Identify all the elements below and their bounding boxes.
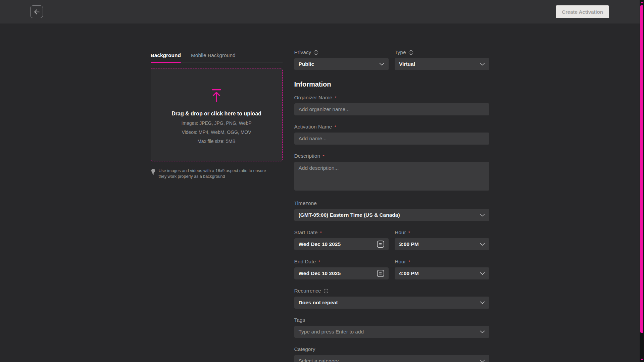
end-hour-select[interactable]: 4:00 PM [395, 267, 489, 279]
required-asterisk: * [335, 95, 337, 101]
chevron-down-icon [480, 301, 485, 304]
aspect-ratio-tip: Use images and videos with a 16x9 aspect… [151, 168, 283, 179]
field-description: Description * [294, 153, 489, 192]
category-select[interactable]: Select a category [294, 355, 489, 362]
calendar-icon[interactable] [377, 270, 384, 277]
information-heading: Information [294, 81, 489, 88]
recurrence-label: Recurrence [294, 288, 321, 294]
lightbulb-icon [151, 168, 156, 175]
info-icon[interactable] [324, 289, 329, 294]
tags-label: Tags [294, 317, 305, 323]
chevron-down-icon [480, 360, 485, 362]
field-start-date: Start Date * Wed Dec 10 2025 [294, 229, 389, 250]
start-date-value: Wed Dec 10 2025 [299, 241, 377, 247]
end-date-label: End Date [294, 259, 316, 265]
description-label: Description [294, 153, 320, 159]
upload-arrow-icon [209, 89, 224, 103]
back-arrow-icon [33, 8, 40, 15]
start-hour-label: Hour [395, 229, 406, 236]
scrollbar-thumb[interactable] [640, 5, 643, 333]
timezone-value: (GMT-05:00) Eastern Time (US & Canada) [299, 212, 480, 218]
tip-text: Use images and videos with a 16x9 aspect… [159, 168, 275, 179]
chevron-down-icon [480, 272, 485, 275]
dropzone-title: Drag & drop or click here to upload [171, 111, 261, 117]
start-hour-value: 3:00 PM [399, 241, 480, 247]
required-asterisk: * [334, 124, 336, 130]
field-activation-name: Activation Name * [294, 124, 489, 145]
field-start-hour: Hour * 3:00 PM [395, 229, 489, 250]
description-textarea[interactable] [294, 162, 489, 191]
category-placeholder: Select a category [299, 358, 480, 362]
top-bar: Create Activation [0, 0, 644, 23]
end-date-value: Wed Dec 10 2025 [299, 270, 377, 276]
end-date-picker[interactable]: Wed Dec 10 2025 [294, 267, 389, 279]
back-button[interactable] [30, 5, 43, 18]
organizer-name-label: Organizer Name [294, 95, 333, 101]
activation-name-label: Activation Name [294, 124, 332, 130]
background-tabs: Background Mobile Background [151, 52, 283, 62]
vertical-scrollbar[interactable] [640, 0, 644, 362]
chevron-down-icon [379, 63, 384, 66]
timezone-select[interactable]: (GMT-05:00) Eastern Time (US & Canada) [294, 209, 489, 221]
dropzone-image-formats: Images: JPEG, JPG, PNG, WebP [181, 120, 251, 126]
dropzone-video-formats: Videos: MP4, WebM, OGG, MOV [182, 130, 251, 135]
scroll-down-arrow-icon[interactable] [641, 359, 643, 361]
field-end-date: End Date * Wed Dec 10 2025 [294, 259, 389, 279]
field-type: Type Virtual [395, 49, 489, 70]
background-upload-panel: Background Mobile Background Drag & drop… [151, 49, 283, 362]
field-organizer-name: Organizer Name * [294, 95, 489, 115]
type-select[interactable]: Virtual [395, 58, 489, 70]
scroll-up-arrow-icon[interactable] [641, 1, 643, 3]
field-recurrence: Recurrence Does not repeat [294, 288, 489, 309]
timezone-label: Timezone [294, 200, 317, 206]
field-timezone: Timezone (GMT-05:00) Eastern Time (US & … [294, 200, 489, 221]
organizer-name-input[interactable] [294, 103, 489, 115]
tab-mobile-background[interactable]: Mobile Background [191, 52, 236, 62]
required-asterisk: * [408, 259, 410, 265]
field-tags: Tags Type and press Enter to add [294, 317, 489, 338]
end-hour-value: 4:00 PM [399, 270, 480, 276]
privacy-label: Privacy [294, 49, 311, 55]
privacy-select[interactable]: Public [294, 58, 389, 70]
start-date-label: Start Date [294, 229, 318, 236]
field-privacy: Privacy Public [294, 49, 389, 70]
info-icon[interactable] [408, 50, 413, 55]
start-hour-select[interactable]: 3:00 PM [395, 238, 489, 250]
recurrence-select[interactable]: Does not repeat [294, 297, 489, 309]
privacy-value: Public [299, 61, 380, 67]
required-asterisk: * [323, 153, 325, 159]
tab-background[interactable]: Background [151, 52, 181, 62]
info-icon[interactable] [313, 50, 318, 55]
chevron-down-icon [480, 330, 485, 333]
type-value: Virtual [399, 61, 480, 67]
field-category: Category Select a category [294, 346, 489, 362]
upload-dropzone[interactable]: Drag & drop or click here to upload Imag… [151, 68, 283, 161]
type-label: Type [395, 49, 406, 55]
activation-name-input[interactable] [294, 133, 489, 145]
tags-input[interactable]: Type and press Enter to add [294, 326, 489, 338]
start-date-picker[interactable]: Wed Dec 10 2025 [294, 238, 389, 250]
tags-placeholder: Type and press Enter to add [299, 329, 480, 335]
end-hour-label: Hour [395, 259, 406, 265]
recurrence-value: Does not repeat [299, 300, 480, 306]
chevron-down-icon [480, 243, 485, 246]
category-label: Category [294, 346, 315, 352]
field-end-hour: Hour * 4:00 PM [395, 259, 489, 279]
required-asterisk: * [408, 230, 410, 236]
chevron-down-icon [480, 63, 485, 66]
main-content: Background Mobile Background Drag & drop… [0, 23, 640, 362]
required-asterisk: * [318, 259, 320, 265]
required-asterisk: * [320, 230, 322, 236]
calendar-icon[interactable] [377, 241, 384, 248]
chevron-down-icon [480, 214, 485, 217]
activation-form: Privacy Public Type Virtual Info [294, 49, 489, 362]
dropzone-max-size: Max file size: 5MB [197, 139, 236, 144]
create-activation-button[interactable]: Create Activation [556, 5, 609, 18]
